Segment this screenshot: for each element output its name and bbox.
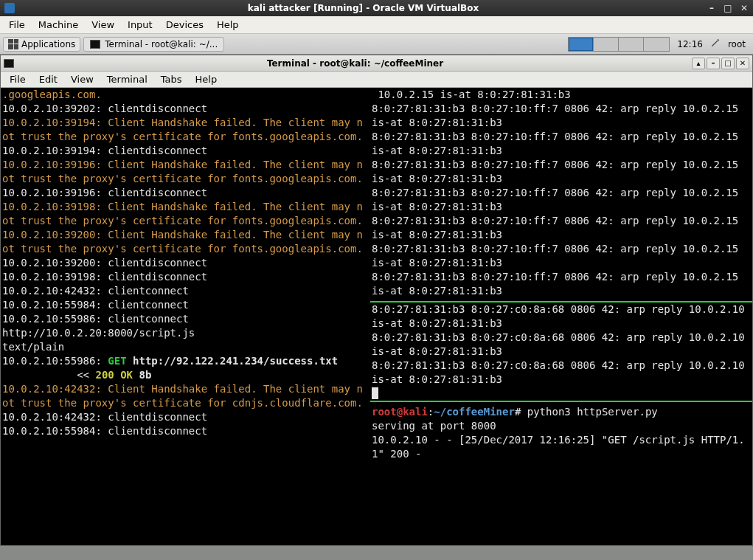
terminal-menubar: File Edit View Terminal Tabs Help	[1, 72, 752, 88]
menu-machine[interactable]: Machine	[32, 18, 84, 32]
http-method: GET	[108, 355, 126, 367]
workspace-switcher	[568, 37, 670, 52]
applications-icon	[8, 39, 18, 49]
maximize-button[interactable]: □	[723, 4, 732, 13]
menu-help[interactable]: Help	[211, 18, 245, 32]
guest-screen: Applications Terminal - root@kali: ~/...…	[0, 34, 753, 560]
response-arrow: <<	[2, 369, 95, 381]
term-menu-edit[interactable]: Edit	[33, 73, 63, 86]
log-line: 8:0:27:81:31:b3 8:0:27:10:ff:7 0806 42: …	[372, 271, 745, 297]
prompt-path: ~/coffeeMiner	[434, 406, 515, 418]
applications-label: Applications	[21, 39, 75, 49]
workspace-4[interactable]	[644, 38, 669, 51]
log-line: 8:0:27:81:31:b3 8:0:27:c0:8a:68 0806 42:…	[372, 359, 751, 385]
log-line: 10.0.2.10:39194: Client Handshake failed…	[2, 117, 363, 142]
terminal-body[interactable]: .googleapis.com. 10.0.2.10:39202: client…	[1, 88, 752, 545]
terminal-titlebar[interactable]: Terminal - root@kali: ~/coffeeMiner ▴ – …	[1, 55, 752, 72]
minimize-button[interactable]: –	[707, 58, 720, 69]
maximize-button[interactable]: □	[721, 58, 735, 69]
virtualbox-titlebar: kali attacker [Running] - Oracle VM Virt…	[0, 0, 753, 16]
log-line: 10.0.2.10:55986: clientconnect	[2, 313, 189, 325]
menu-view[interactable]: View	[86, 18, 120, 32]
log-line: 10.0.2.10:39194: clientdisconnect	[2, 145, 207, 156]
close-button[interactable]: ✕	[740, 4, 749, 13]
log-line: 8:0:27:81:31:b3 8:0:27:10:ff:7 0806 42: …	[372, 215, 745, 241]
virtualbox-menubar: File Machine View Input Devices Help	[0, 16, 753, 34]
term-menu-file[interactable]: File	[4, 73, 32, 86]
log-line: 10.0.2.10:39196: Client Handshake failed…	[2, 159, 363, 184]
log-line: 10.0.2.10 - - [25/Dec/2017 12:16:25] "GE…	[372, 434, 745, 460]
term-menu-terminal[interactable]: Terminal	[101, 73, 153, 86]
tmux-pane-mitmproxy[interactable]: .googleapis.com. 10.0.2.10:39202: client…	[1, 88, 369, 545]
xfce-panel: Applications Terminal - root@kali: ~/...…	[0, 34, 753, 55]
color-picker-icon[interactable]	[710, 38, 721, 50]
log-line: 8:0:27:81:31:b3 8:0:27:10:ff:7 0806 42: …	[372, 131, 745, 156]
log-line: http://10.0.2.20:8000/script.js	[2, 327, 195, 339]
log-line: 8:0:27:81:31:b3 8:0:27:c0:8a:68 0806 42:…	[372, 331, 751, 357]
prompt-user: root@kali	[372, 406, 428, 418]
terminal-window: Terminal - root@kali: ~/coffeeMiner ▴ – …	[0, 55, 753, 546]
term-menu-help[interactable]: Help	[190, 73, 223, 86]
log-line: 8:0:27:81:31:b3 8:0:27:10:ff:7 0806 42: …	[372, 103, 745, 128]
tmux-pane-arpspoof-mid[interactable]: 8:0:27:81:31:b3 8:0:27:c0:8a:68 0806 42:…	[370, 301, 752, 402]
log-line: 10.0.2.10:42432: clientdisconnect	[2, 411, 207, 423]
term-menu-view[interactable]: View	[65, 73, 100, 86]
menu-devices[interactable]: Devices	[160, 18, 209, 32]
window-title: kali attacker [Running] - Oracle VM Virt…	[19, 3, 707, 13]
http-url: http://92.122.241.234/success.txt	[127, 355, 339, 367]
command-text: python3 httpServer.py	[527, 406, 658, 418]
taskbar-terminal[interactable]: Terminal - root@kali: ~/...	[83, 37, 224, 52]
term-menu-tabs[interactable]: Tabs	[155, 73, 188, 86]
applications-menu[interactable]: Applications	[3, 37, 80, 52]
log-line: .googleapis.com.	[2, 89, 102, 100]
log-line: text/plain	[2, 341, 64, 353]
request-prefix: 10.0.2.10:55986:	[2, 355, 108, 367]
log-line: 10.0.2.10:39198: clientdisconnect	[2, 271, 207, 283]
log-line: 10.0.2.10:55984: clientdisconnect	[2, 425, 207, 437]
tmux-pane-httpserver[interactable]: root@kali:~/coffeeMiner# python3 httpSer…	[370, 405, 752, 545]
terminal-title: Terminal - root@kali: ~/coffeeMiner	[18, 58, 692, 69]
panel-clock[interactable]: 12:16	[673, 39, 707, 49]
log-line: 10.0.2.15 is-at 8:0:27:81:31:b3	[372, 89, 571, 100]
log-line: 8:0:27:81:31:b3 8:0:27:10:ff:7 0806 42: …	[372, 243, 745, 269]
tmux-pane-arpspoof-top[interactable]: 10.0.2.15 is-at 8:0:27:81:31:b3 8:0:27:8…	[370, 88, 752, 298]
log-line: 10.0.2.10:42432: Client Handshake failed…	[2, 383, 363, 409]
terminal-icon	[90, 40, 100, 49]
terminal-icon	[4, 59, 14, 68]
menu-input[interactable]: Input	[122, 18, 159, 32]
log-line: 8:0:27:81:31:b3 8:0:27:10:ff:7 0806 42: …	[372, 187, 745, 212]
close-button[interactable]: ✕	[736, 58, 749, 69]
log-line: 8:0:27:81:31:b3 8:0:27:c0:8a:68 0806 42:…	[372, 303, 751, 329]
cursor	[372, 387, 378, 399]
minimize-button[interactable]: –	[707, 4, 716, 13]
log-line: 10.0.2.10:42432: clientconnect	[2, 285, 189, 297]
log-line: serving at port 8000	[372, 420, 496, 432]
virtualbox-icon	[4, 3, 15, 13]
log-line: 10.0.2.10:39200: Client Handshake failed…	[2, 229, 363, 255]
log-line: 10.0.2.10:55984: clientconnect	[2, 299, 189, 311]
log-line: 10.0.2.10:39198: Client Handshake failed…	[2, 201, 363, 227]
http-status: 200 OK	[95, 369, 133, 381]
shade-button[interactable]: ▴	[692, 58, 705, 69]
workspace-1[interactable]	[569, 38, 594, 51]
log-line: 8:0:27:81:31:b3 8:0:27:10:ff:7 0806 42: …	[372, 159, 745, 184]
prompt-hash: #	[515, 406, 527, 418]
workspace-2[interactable]	[594, 38, 619, 51]
resp-size: 8b	[133, 369, 151, 381]
log-line: 10.0.2.10:39196: clientdisconnect	[2, 187, 207, 198]
menu-file[interactable]: File	[3, 18, 31, 32]
panel-user[interactable]: root	[723, 39, 750, 49]
workspace-3[interactable]	[619, 38, 644, 51]
log-line: 10.0.2.10:39200: clientdisconnect	[2, 257, 207, 269]
log-line: 10.0.2.10:39202: clientdisconnect	[2, 103, 207, 114]
task-title: Terminal - root@kali: ~/...	[105, 39, 218, 49]
